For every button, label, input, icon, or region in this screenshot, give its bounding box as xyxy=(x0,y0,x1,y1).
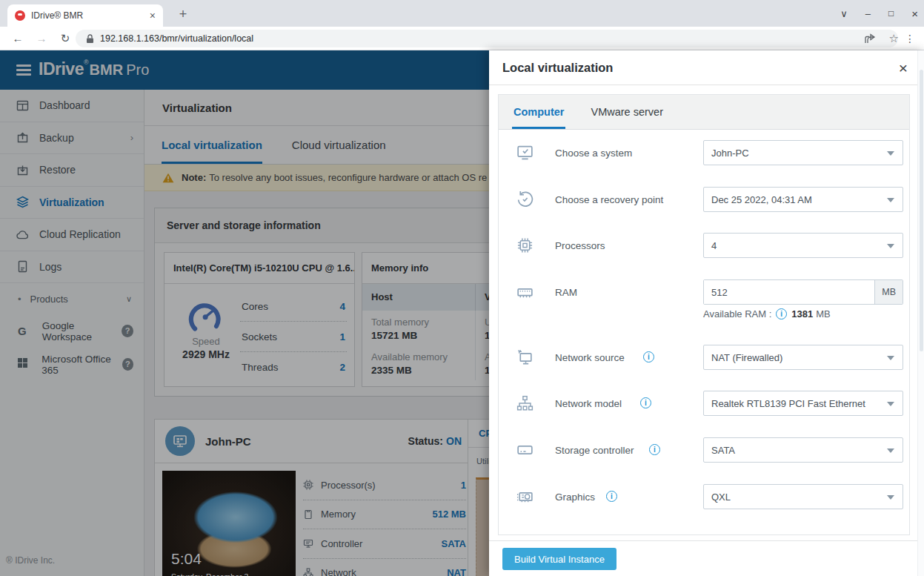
processors-dropdown[interactable]: 4 xyxy=(703,233,903,258)
field-graphics: Graphics i QXL xyxy=(499,484,909,509)
panel-form-card: Computer VMware server Choose a system J… xyxy=(498,94,910,535)
chevron-down-icon xyxy=(887,356,894,360)
processors-icon xyxy=(515,236,535,256)
available-ram-note: Available RAM : i 1381 MB xyxy=(703,308,831,320)
field-label: Choose a recovery point xyxy=(555,194,663,205)
back-button[interactable]: ← xyxy=(9,30,27,47)
field-choose-system: Choose a system John-PC xyxy=(499,140,909,165)
chevron-down-icon xyxy=(887,151,894,156)
recovery-point-icon xyxy=(515,190,535,210)
browser-menu-icon[interactable]: ⋮ xyxy=(903,30,917,47)
forward-button[interactable]: → xyxy=(33,30,50,47)
local-virtualization-panel: Local virtualization × Computer VMware s… xyxy=(489,50,924,576)
tab-title: IDrive® BMR xyxy=(31,10,148,21)
browser-toolbar: ← → ↻ 192.168.1.163/bmr/virtualization/l… xyxy=(0,27,924,50)
reload-button[interactable]: ↻ xyxy=(56,30,74,47)
share-icon[interactable] xyxy=(864,33,876,44)
info-icon[interactable]: i xyxy=(640,397,651,408)
field-recovery-point: Choose a recovery point Dec 25 2022, 04:… xyxy=(499,187,909,212)
field-network-source: Network source i NAT (Firewalled) xyxy=(499,345,909,370)
idrive-favicon-icon xyxy=(15,10,25,21)
choose-system-dropdown[interactable]: John-PC xyxy=(703,140,903,165)
info-icon[interactable]: i xyxy=(606,491,617,502)
panel-close-icon[interactable]: × xyxy=(899,60,908,76)
ram-icon xyxy=(515,282,535,302)
info-icon[interactable]: i xyxy=(776,308,787,320)
panel-footer: Build Virtual Instance xyxy=(489,540,917,576)
tab-close-icon[interactable]: × xyxy=(148,10,157,21)
window-close-button[interactable]: × xyxy=(911,8,918,19)
storage-controller-dropdown[interactable]: SATA xyxy=(703,437,903,463)
lock-icon xyxy=(86,34,94,44)
ram-input-group: MB xyxy=(703,279,903,305)
system-icon xyxy=(515,143,535,163)
browser-tab[interactable]: IDrive® BMR × xyxy=(7,4,163,27)
field-label: RAM xyxy=(555,287,577,298)
ram-unit-label: MB xyxy=(874,280,903,304)
field-ram: RAM MB xyxy=(499,279,909,305)
panel-scrollbar[interactable] xyxy=(917,50,924,576)
window-minimize-button[interactable]: – xyxy=(865,9,871,19)
scrollbar-thumb[interactable] xyxy=(920,70,923,351)
network-source-icon xyxy=(515,348,535,368)
network-source-dropdown[interactable]: NAT (Firewalled) xyxy=(703,345,903,370)
field-processors: Processors 4 xyxy=(499,233,909,258)
browser-tab-strip: IDrive® BMR × + ∨ – □ × xyxy=(0,0,924,27)
info-icon[interactable]: i xyxy=(649,444,660,455)
ram-input[interactable] xyxy=(704,280,874,304)
chevron-down-icon xyxy=(887,448,894,453)
tab-search-chevron-icon[interactable]: ∨ xyxy=(840,9,848,19)
info-icon[interactable]: i xyxy=(643,351,654,363)
chevron-down-icon xyxy=(887,198,894,202)
field-label: Storage controller xyxy=(555,445,634,456)
tab-vmware-server[interactable]: VMware server xyxy=(591,95,663,129)
recovery-point-dropdown[interactable]: Dec 25 2022, 04:31 AM xyxy=(703,187,903,212)
window-maximize-button[interactable]: □ xyxy=(888,9,894,18)
storage-controller-icon xyxy=(515,440,535,460)
network-model-icon xyxy=(515,394,535,414)
graphics-icon xyxy=(515,487,535,507)
field-label: Choose a system xyxy=(555,148,632,159)
field-label: Processors xyxy=(555,240,605,251)
field-storage-controller: Storage controller i SATA xyxy=(499,437,909,463)
url-text: 192.168.1.163/bmr/virtualization/local xyxy=(100,33,253,44)
field-network-model: Network model i Realtek RTL8139 PCI Fast… xyxy=(499,391,909,416)
bookmark-star-icon[interactable]: ☆ xyxy=(889,32,899,45)
panel-title: Local virtualization xyxy=(502,61,613,75)
new-tab-button[interactable]: + xyxy=(173,4,193,25)
network-model-dropdown[interactable]: Realtek RTL8139 PCI Fast Ethernet xyxy=(703,391,903,416)
url-bar[interactable]: 192.168.1.163/bmr/virtualization/local xyxy=(76,30,898,47)
chevron-down-icon xyxy=(887,495,894,500)
chevron-down-icon xyxy=(887,402,894,406)
field-label: Graphics xyxy=(555,491,595,503)
panel-tabs: Computer VMware server xyxy=(499,95,909,130)
field-label: Network model xyxy=(555,398,622,409)
screen: IDrive® BMR × + ∨ – □ × ← → ↻ 192.168.1.… xyxy=(0,0,924,576)
tab-computer[interactable]: Computer xyxy=(513,95,564,129)
graphics-dropdown[interactable]: QXL xyxy=(703,484,903,509)
field-label: Network source xyxy=(555,352,625,363)
chevron-down-icon xyxy=(887,244,894,248)
build-virtual-instance-button[interactable]: Build Virtual Instance xyxy=(502,548,616,570)
